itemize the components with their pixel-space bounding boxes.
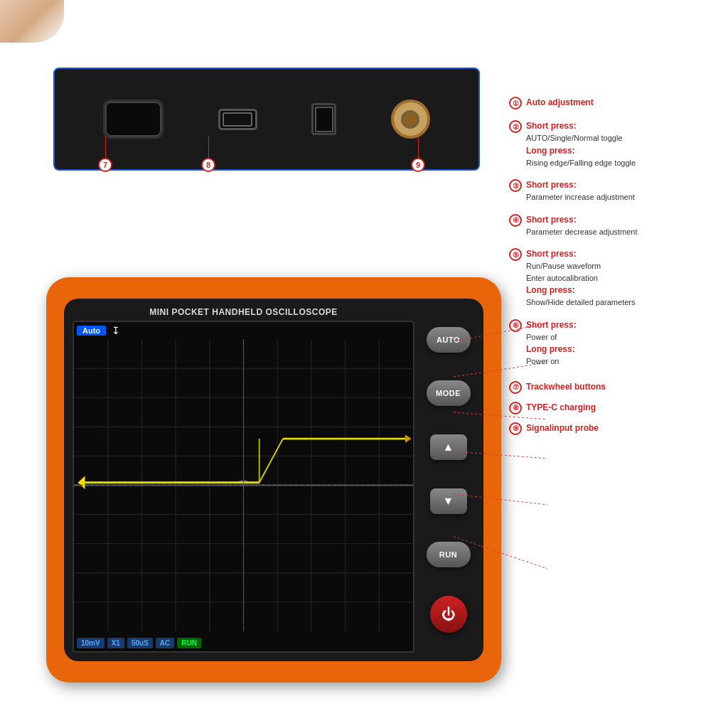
ann-6-num: ⑥ xyxy=(509,319,522,332)
ann-4: ④ Short press: Parameter decrease adjust… xyxy=(509,213,715,238)
screen-header: Auto ↧ xyxy=(77,325,410,336)
ann-2-sub2: Rising edge/Falling edge toggle xyxy=(526,157,636,169)
ann-6-main1: Short press: xyxy=(526,320,577,330)
usbc-port[interactable] xyxy=(218,109,257,130)
label-9-container: 9 xyxy=(411,136,425,172)
device-title: MINI POCKET HANDHELD OSCILLOSCOPE xyxy=(73,307,414,317)
ann-2-text: Short press: AUTO/Single/Normal toggle L… xyxy=(526,119,636,168)
grid-container xyxy=(74,339,413,631)
label-8-badge: 8 xyxy=(201,158,215,172)
ann-4-text: Short press: Parameter decrease adjustme… xyxy=(526,213,638,238)
buttons-section: AUTO MODE ▲ ▼ RUN ⏻ xyxy=(422,307,475,653)
ann-7-text: Trackwheel buttons xyxy=(526,380,606,393)
ann-1-main: Auto adjustment xyxy=(526,97,594,107)
label-7-container: 7 xyxy=(98,136,112,172)
ann-8-num: ⑧ xyxy=(509,402,522,414)
ann-5-main2: Long press: xyxy=(526,285,575,295)
power-icon: ⏻ xyxy=(441,606,456,623)
ann-7: ⑦ Trackwheel buttons xyxy=(509,380,715,394)
screen-section: MINI POCKET HANDHELD OSCILLOSCOPE Auto ↧ xyxy=(73,307,414,653)
ann-9: ⑨ Signalinput probe xyxy=(509,422,715,435)
ann-2: ② Short press: AUTO/Single/Normal toggle… xyxy=(509,119,715,168)
ann-2-sub1: AUTO/Single/Normal toggle xyxy=(526,132,636,144)
down-arrow-icon: ▼ xyxy=(443,496,454,507)
up-arrow-icon: ▲ xyxy=(443,441,454,453)
svg-line-24 xyxy=(259,439,283,483)
ann-5-sub1: Run/Pause waveform xyxy=(526,260,635,272)
ann-5-text: Short press: Run/Pause waveform Enter au… xyxy=(526,247,635,309)
status-50us: 50uS xyxy=(127,638,153,648)
ann-3-main: Short press: xyxy=(526,180,577,190)
mode-badge: Auto xyxy=(77,326,106,336)
run-button[interactable]: RUN xyxy=(427,542,471,567)
ann-3-sub: Parameter increase adjustment xyxy=(526,191,635,203)
ann-5-sub2: Enter autocalibration xyxy=(526,272,635,284)
ann-5-main1: Short press: xyxy=(526,249,577,259)
oscilloscope-device: MINI POCKET HANDHELD OSCILLOSCOPE Auto ↧ xyxy=(46,277,501,682)
trackwheel-port[interactable] xyxy=(103,100,164,139)
ann-3: ③ Short press: Parameter increase adjust… xyxy=(509,178,715,203)
waveform-svg xyxy=(74,339,413,631)
ann-3-num: ③ xyxy=(509,179,522,192)
status-x1: X1 xyxy=(107,638,124,648)
label-9-badge: 9 xyxy=(411,158,425,172)
ann-2-main2: Long press: xyxy=(526,146,575,156)
status-run: RUN xyxy=(177,638,201,648)
ann-8: ⑧ TYPE-C charging xyxy=(509,401,715,414)
ann-9-main: Signalinput probe xyxy=(526,423,599,433)
ann-6-sub1: Power of xyxy=(526,331,577,343)
ann-9-text: Signalinput probe xyxy=(526,422,599,434)
oscilloscope-screen: Auto ↧ xyxy=(73,321,414,653)
svg-marker-20 xyxy=(78,476,85,489)
ann-5-sub3: Show/Hide detailed parameters xyxy=(526,296,635,309)
status-ac: AC xyxy=(156,638,174,648)
ann-8-main: TYPE-C charging xyxy=(526,402,596,412)
ann-4-main: Short press: xyxy=(526,215,577,225)
ann-1-text: Auto adjustment xyxy=(526,96,594,109)
label-7-badge: 7 xyxy=(98,158,112,172)
ann-7-main: Trackwheel buttons xyxy=(526,382,606,392)
ann-6-text: Short press: Power of Long press: Power … xyxy=(526,318,577,368)
finger-hint xyxy=(0,0,64,43)
mode-button[interactable]: MODE xyxy=(427,380,471,406)
ann-5-num: ⑤ xyxy=(509,248,522,261)
ann-1: ① Auto adjustment xyxy=(509,96,715,109)
ann-1-num: ① xyxy=(509,97,522,109)
label-8-line xyxy=(208,136,209,158)
up-button[interactable]: ▲ xyxy=(430,434,467,460)
ann-7-num: ⑦ xyxy=(509,381,522,394)
label-9-line xyxy=(418,136,419,158)
down-button[interactable]: ▼ xyxy=(430,488,467,514)
small-port xyxy=(311,103,336,135)
bnc-port[interactable] xyxy=(391,100,430,139)
ann-6-main2: Long press: xyxy=(526,344,575,354)
status-bar: 10mV X1 50uS AC RUN xyxy=(77,638,410,648)
ann-2-num: ② xyxy=(509,120,522,133)
ann-4-sub: Parameter decrease adjustment xyxy=(526,226,638,238)
ann-3-text: Short press: Parameter increase adjustme… xyxy=(526,178,635,203)
ann-9-num: ⑨ xyxy=(509,422,522,435)
trigger-icon: ↧ xyxy=(112,325,120,336)
ann-4-num: ④ xyxy=(509,214,522,227)
auto-button[interactable]: AUTO xyxy=(427,327,471,353)
ann-8-text: TYPE-C charging xyxy=(526,401,596,414)
right-annotations: ① Auto adjustment ② Short press: AUTO/Si… xyxy=(509,96,715,442)
device-inner: MINI POCKET HANDHELD OSCILLOSCOPE Auto ↧ xyxy=(64,299,483,661)
svg-marker-27 xyxy=(405,435,412,443)
power-button[interactable]: ⏻ xyxy=(430,596,467,633)
status-10mv: 10mV xyxy=(77,638,105,648)
ann-6: ⑥ Short press: Power of Long press: Powe… xyxy=(509,318,715,368)
label-8-container: 8 xyxy=(201,136,215,172)
ann-2-main1: Short press: xyxy=(526,121,577,131)
ann-5: ⑤ Short press: Run/Pause waveform Enter … xyxy=(509,247,715,309)
ann-6-sub2: Power on xyxy=(526,355,577,368)
label-7-line xyxy=(105,136,106,158)
